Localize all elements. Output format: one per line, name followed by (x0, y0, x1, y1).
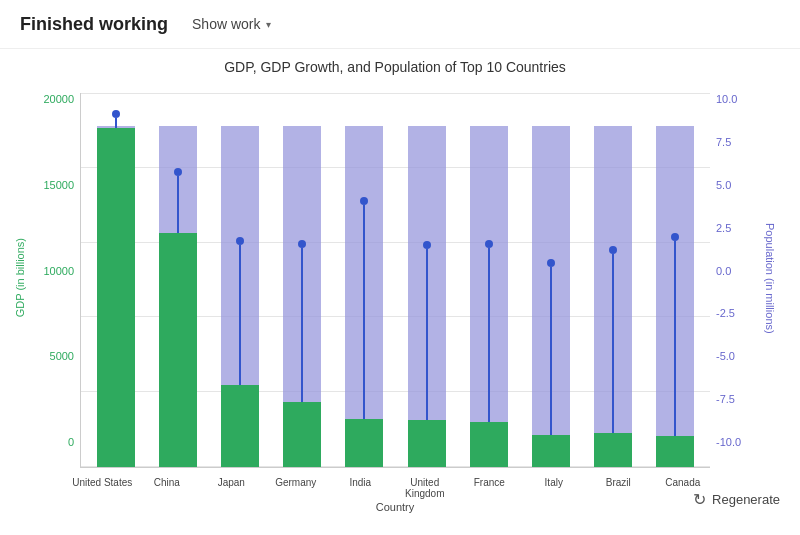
gdp-bar (283, 402, 321, 467)
lollipop (297, 240, 307, 402)
lollipop-dot (547, 259, 555, 267)
x-axis-label: United Kingdom (393, 477, 458, 499)
show-work-button[interactable]: Show work ▾ (184, 12, 279, 36)
lollipop (484, 240, 494, 422)
x-axis-labels: United StatesChinaJapanGermanyIndiaUnite… (70, 473, 715, 499)
lollipop-line (115, 118, 117, 128)
gdp-bar (656, 436, 694, 467)
chart-container: GDP, GDP Growth, and Population of Top 1… (0, 49, 800, 519)
chart-plot-area (80, 93, 710, 468)
lollipop (608, 246, 618, 433)
lollipop (359, 197, 369, 419)
lollipop (235, 237, 245, 385)
chart-title: GDP, GDP Growth, and Population of Top 1… (10, 59, 780, 75)
lollipop-line (612, 254, 614, 433)
x-axis-label: Brazil (586, 477, 651, 499)
lollipop-dot (174, 168, 182, 176)
lollipop-line (239, 245, 241, 385)
x-axis-label: Germany (264, 477, 329, 499)
chevron-down-icon: ▾ (266, 19, 271, 30)
regenerate-icon: ↻ (693, 490, 706, 509)
lollipop-dot (360, 197, 368, 205)
lollipop-line (301, 248, 303, 402)
gdp-bar (345, 419, 383, 467)
lollipop-dot (112, 110, 120, 118)
lollipop-dot (609, 246, 617, 254)
lollipop (173, 168, 183, 233)
gdp-bar (97, 128, 135, 467)
y-axis-left-label: GDP (in billions) (14, 238, 26, 317)
lollipop-line (177, 176, 179, 233)
bar-group (582, 93, 644, 467)
y-axis-left: 20000 15000 10000 5000 0 (30, 93, 80, 448)
gdp-bar (470, 422, 508, 467)
lollipop (422, 241, 432, 420)
bar-group (271, 93, 333, 467)
x-axis-label: France (457, 477, 522, 499)
gdp-bar (594, 433, 632, 467)
bar-group (395, 93, 457, 467)
bar-group (520, 93, 582, 467)
lollipop-line (488, 248, 490, 422)
header: Finished working Show work ▾ (0, 0, 800, 49)
show-work-label: Show work (192, 16, 260, 32)
bar-group (458, 93, 520, 467)
gdp-bar (159, 233, 197, 467)
finished-working-label: Finished working (20, 14, 168, 35)
gdp-bar (408, 420, 446, 467)
x-axis-label: United States (70, 477, 135, 499)
lollipop (670, 233, 680, 436)
lollipop-dot (298, 240, 306, 248)
bars-wrapper (81, 93, 710, 467)
x-axis-label: Italy (522, 477, 587, 499)
x-axis-label: China (135, 477, 200, 499)
bar-group (147, 93, 209, 467)
bar-group (644, 93, 706, 467)
lollipop-line (550, 267, 552, 435)
x-axis-title: Country (10, 501, 780, 513)
regenerate-label: Regenerate (712, 492, 780, 507)
regenerate-button[interactable]: ↻ Regenerate (693, 490, 780, 509)
gdp-bar (221, 385, 259, 467)
bar-group (333, 93, 395, 467)
lollipop-dot (671, 233, 679, 241)
lollipop (546, 259, 556, 435)
x-axis-label: India (328, 477, 393, 499)
lollipop-line (363, 205, 365, 419)
gdp-bar (532, 435, 570, 467)
bar-group (85, 93, 147, 467)
lollipop (111, 110, 121, 128)
lollipop-dot (485, 240, 493, 248)
bar-group (209, 93, 271, 467)
y-axis-right: 10.0 7.5 5.0 2.5 0.0 -2.5 -5.0 -7.5 -10.… (710, 93, 760, 448)
y-axis-right-label: Population (in millions) (764, 223, 776, 334)
lollipop-dot (423, 241, 431, 249)
lollipop-dot (236, 237, 244, 245)
lollipop-line (674, 241, 676, 436)
x-axis-label: Japan (199, 477, 264, 499)
lollipop-line (426, 249, 428, 420)
